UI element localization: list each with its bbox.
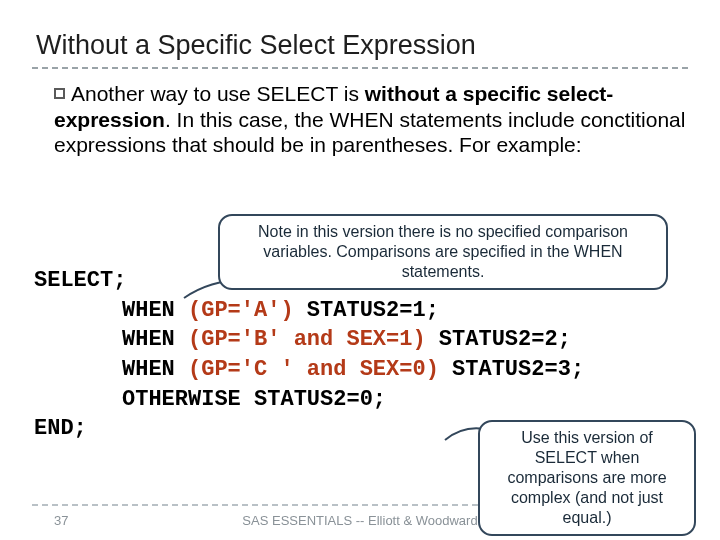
body-paragraph: Another way to use SELECT is without a s… (32, 81, 688, 158)
code-when-3: WHEN (GP='C ' and SEX=0) STATUS2=3; (34, 355, 584, 385)
title-divider (32, 67, 688, 69)
callout-top: Note in this version there is no specifi… (218, 214, 668, 290)
code-when2-paren: (GP='B' and SEX=1) (188, 327, 426, 352)
code-when-1: WHEN (GP='A') STATUS2=1; (34, 296, 584, 326)
code-when2-b: STATUS2=2; (426, 327, 571, 352)
slide-container: Without a Specific Select Expression Ano… (0, 0, 720, 540)
bullet-icon (54, 88, 65, 99)
para-lead: Another way to use SELECT is (71, 82, 365, 105)
code-when1-a: WHEN (122, 298, 188, 323)
callout-bottom: Use this version of SELECT when comparis… (478, 420, 696, 536)
code-when2-a: WHEN (122, 327, 188, 352)
code-when-2: WHEN (GP='B' and SEX=1) STATUS2=2; (34, 325, 584, 355)
code-otherwise: OTHERWISE STATUS2=0; (34, 385, 584, 415)
code-when1-b: STATUS2=1; (294, 298, 439, 323)
code-when3-b: STATUS2=3; (439, 357, 584, 382)
code-block: SELECT; WHEN (GP='A') STATUS2=1; WHEN (G… (34, 266, 584, 444)
code-when3-a: WHEN (122, 357, 188, 382)
code-when3-paren: (GP='C ' and SEX=0) (188, 357, 439, 382)
slide-title: Without a Specific Select Expression (32, 30, 688, 61)
